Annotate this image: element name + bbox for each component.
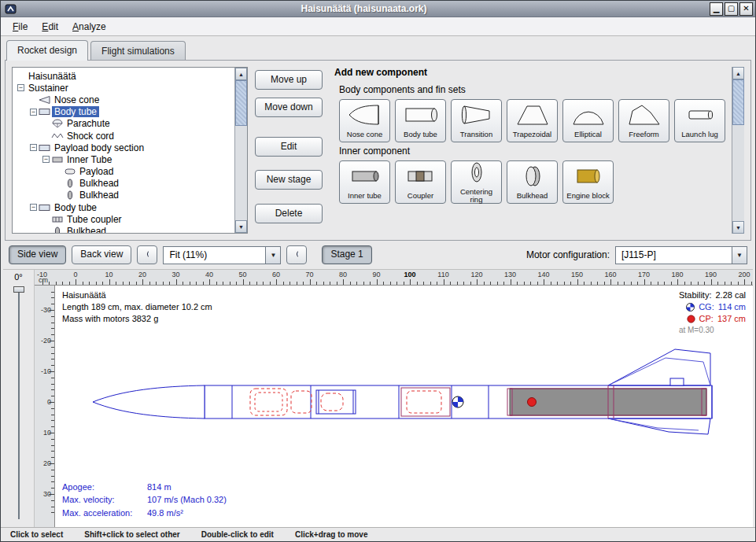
add-launch-lug-button[interactable]: Launch lug [674, 99, 725, 142]
body-tube-icon [39, 203, 52, 212]
scroll-down-icon[interactable]: ▼ [732, 221, 744, 234]
add-bulkhead-button[interactable]: Bulkhead [507, 160, 558, 204]
add-coupler-button[interactable]: Coupler [395, 160, 446, 204]
ruler-label: 20 [43, 459, 51, 467]
tree-expander-icon[interactable]: − [16, 84, 26, 91]
tree-item-label: Sustainer [26, 83, 71, 94]
rocket-info: Haisunäätä Length 189 cm, max. diameter … [62, 289, 212, 325]
scrollbar-thumb[interactable] [732, 79, 744, 125]
cg-value: 114 cm [718, 301, 746, 313]
rocket-canvas[interactable]: Haisunäätä Length 189 cm, max. diameter … [55, 286, 753, 527]
tree-item-nose-cone[interactable]: Nose cone [16, 94, 234, 105]
scrollbar-thumb[interactable] [235, 80, 247, 126]
bulkhead-icon [64, 190, 77, 200]
body-tube-icon [403, 103, 439, 130]
tree-item-parachute[interactable]: Parachute [16, 118, 234, 130]
add-transition-button[interactable]: Transition [451, 99, 502, 142]
zoom-out-button[interactable] [286, 245, 307, 264]
body-tube-icon [39, 107, 52, 116]
collapse-icon[interactable]: − [30, 109, 37, 116]
tree-expander-icon[interactable]: − [41, 156, 51, 163]
menu-analyze[interactable]: Analyze [65, 19, 113, 35]
magnifier-icon [295, 249, 298, 262]
add-trapezoidal-button[interactable]: Trapezoidal [507, 99, 558, 142]
ruler-label: -10 [41, 367, 51, 375]
tree-item-bulkhead[interactable]: Bulkhead [16, 178, 234, 190]
scroll-down-icon[interactable]: ▼ [235, 220, 247, 233]
collapse-icon[interactable]: − [30, 204, 37, 211]
tree-item-body-tube[interactable]: −Body tube [16, 201, 234, 213]
tree-item-haisun-t[interactable]: Haisunäätä [16, 70, 234, 82]
title-bar[interactable]: Haisunäätä (haisunaata.ork) ▁ ▢ ✕ [1, 1, 755, 17]
tree-item-shock-cord[interactable]: Shock cord [16, 130, 234, 142]
component-button-label: Freeform [629, 131, 659, 138]
scroll-up-icon[interactable]: ▲ [732, 67, 744, 79]
rotation-slider[interactable] [18, 289, 20, 519]
tree-item-payload[interactable]: Payload [16, 166, 234, 178]
status-hint: Double-click to edit [201, 530, 274, 539]
chevron-down-icon[interactable]: ▼ [732, 247, 747, 264]
tree-item-label: Shock cord [65, 131, 116, 142]
component-button-label: Nose cone [347, 131, 382, 138]
flight-stat-value: 107 m/s (Mach 0.32) [147, 493, 227, 507]
app-window: Haisunäätä (haisunaata.ork) ▁ ▢ ✕ FileEd… [0, 0, 756, 542]
component-scrollbar[interactable]: ▲ ▼ [732, 67, 744, 234]
motor-configuration-select[interactable]: [J115-P] ▼ [615, 246, 747, 264]
minimize-button[interactable]: ▁ [710, 2, 723, 16]
edit-button[interactable]: Edit [255, 137, 323, 157]
tree-item-bulkhead[interactable]: Bulkhead [16, 225, 234, 233]
menu-edit[interactable]: Edit [35, 19, 65, 35]
stage-1-toggle[interactable]: Stage 1 [322, 245, 371, 264]
add-centering-ring-button[interactable]: Centering ring [451, 160, 502, 204]
side-view-button[interactable]: Side view [9, 245, 66, 264]
tree-item-bulkhead[interactable]: Bulkhead [16, 190, 234, 201]
tree-item-payload-body-section[interactable]: −Payload body section [16, 142, 234, 153]
maximize-button[interactable]: ▢ [725, 2, 738, 16]
tree-expander-icon[interactable]: − [28, 204, 39, 211]
nose-cone-icon [347, 103, 383, 130]
chevron-down-icon[interactable]: ▼ [265, 247, 280, 264]
close-button[interactable]: ✕ [739, 2, 753, 16]
back-view-button[interactable]: Back view [72, 245, 131, 264]
delete-button[interactable]: Delete [255, 204, 323, 223]
tube-coupler-icon [51, 215, 65, 224]
scroll-up-icon[interactable]: ▲ [235, 68, 247, 80]
collapse-icon[interactable]: − [30, 144, 37, 151]
zoom-select[interactable]: Fit (11%) ▼ [163, 246, 281, 264]
tree-item-sustainer[interactable]: −Sustainer [16, 82, 234, 94]
tree-scrollbar[interactable]: ▲ ▼ [234, 68, 247, 233]
add-freeform-button[interactable]: Freeform [618, 99, 669, 142]
status-hint: Click+drag to move [295, 530, 368, 539]
tree-item-tube-coupler[interactable]: Tube coupler [16, 213, 234, 225]
component-tree[interactable]: Haisunäätä−SustainerNose cone−Body tubeP… [13, 68, 234, 233]
magnifier-icon [146, 249, 149, 262]
component-button-label: Bulkhead [517, 192, 548, 200]
menu-file[interactable]: File [6, 19, 35, 35]
collapse-icon[interactable]: − [17, 84, 24, 91]
rotation-slider-handle[interactable] [13, 286, 24, 293]
add-engine-block-button[interactable]: Engine block [562, 160, 614, 204]
add-body-tube-button[interactable]: Body tube [395, 99, 446, 142]
add-inner-tube-button[interactable]: Inner tube [339, 160, 390, 204]
component-button-label: Body tube [404, 131, 437, 138]
zoom-in-button[interactable] [137, 245, 157, 264]
tree-expander-icon[interactable]: − [28, 109, 39, 116]
move-up-button[interactable]: Move up [255, 70, 323, 90]
menu-bar: FileEditAnalyze [1, 17, 755, 36]
add-elliptical-button[interactable]: Elliptical [562, 99, 614, 142]
tree-item-label: Bulkhead [77, 190, 121, 201]
tree-item-inner-tube[interactable]: −Inner Tube [16, 153, 234, 165]
group-label-inner-component: Inner component [339, 146, 728, 157]
tree-expander-icon[interactable]: − [28, 144, 39, 151]
ruler-label: 130 [504, 271, 516, 278]
ruler-label: 10 [43, 429, 51, 437]
collapse-icon[interactable]: − [42, 156, 50, 163]
move-down-button[interactable]: Move down [255, 98, 323, 117]
component-button-label: Elliptical [574, 131, 602, 138]
tab-rocket-design[interactable]: Rocket design [6, 40, 88, 61]
add-nose-cone-button[interactable]: Nose cone [339, 99, 390, 142]
new-stage-button[interactable]: New stage [255, 170, 323, 190]
tree-item-body-tube[interactable]: −Body tube [16, 106, 234, 118]
window-title: Haisunäätä (haisunaata.ork) [20, 3, 708, 14]
tab-flight-simulations[interactable]: Flight simulations [90, 41, 186, 60]
